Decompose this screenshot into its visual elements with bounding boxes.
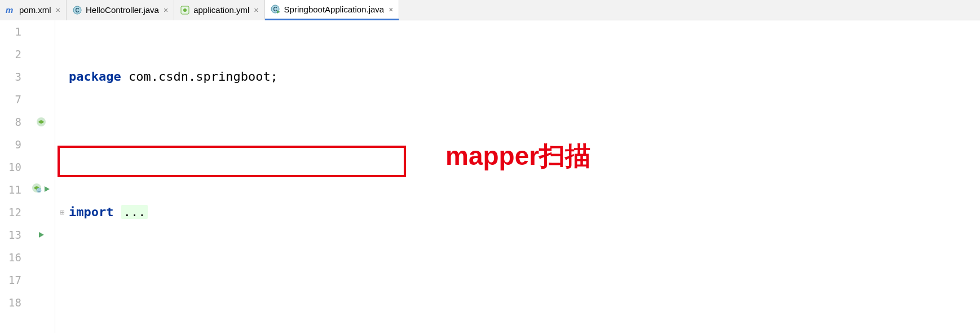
line-number: 13 <box>0 224 21 246</box>
tab-label: pom.xml <box>19 5 51 15</box>
line-number-gutter: 1 2 3 7 8 9 10 11 12 13 16 17 18 <box>0 20 27 333</box>
tab-pom-xml[interactable]: m pom.xml × <box>0 0 67 20</box>
line-number: 7 <box>0 88 21 111</box>
run-icon[interactable] <box>43 178 51 201</box>
code-line: ⊞ import ... <box>59 201 980 224</box>
tab-hello-controller[interactable]: C HelloController.java × <box>67 0 174 20</box>
gutter-icons: C <box>27 20 55 333</box>
fold-expand-icon[interactable]: ⊞ <box>59 201 65 224</box>
code-area[interactable]: package com.csdn.springboot; ⊞ import ..… <box>55 20 980 333</box>
line-number: 9 <box>0 133 21 156</box>
svg-text:C: C <box>37 189 40 192</box>
tab-label: HelloController.java <box>86 5 159 15</box>
close-icon[interactable]: × <box>164 6 168 15</box>
tab-bar: m pom.xml × C HelloController.java × app… <box>0 0 980 20</box>
run-icon[interactable] <box>27 224 55 246</box>
tab-label: SpringbootApplication.java <box>284 5 385 14</box>
tab-application-yml[interactable]: application.yml × <box>174 0 264 20</box>
close-icon[interactable]: × <box>56 6 60 15</box>
line-number: 1 <box>0 20 21 43</box>
close-icon[interactable]: × <box>389 5 393 14</box>
line-number: 10 <box>0 156 21 178</box>
java-class-icon: C <box>72 5 82 15</box>
yml-icon <box>180 5 190 15</box>
svg-point-4 <box>183 8 187 12</box>
close-icon[interactable]: × <box>254 6 258 15</box>
line-number: 2 <box>0 43 21 65</box>
code-line: package com.csdn.springboot; <box>59 65 980 88</box>
maven-icon: m <box>6 5 16 15</box>
code-line <box>59 133 980 156</box>
line-number: 12 <box>0 201 21 224</box>
svg-text:C: C <box>75 7 79 14</box>
svg-text:m: m <box>6 5 13 15</box>
line-number: 17 <box>0 269 21 291</box>
spring-bean-icon[interactable]: C <box>32 178 42 201</box>
ide-editor: m pom.xml × C HelloController.java × app… <box>0 0 980 333</box>
tab-label: application.yml <box>193 5 249 15</box>
spring-bean-icon[interactable] <box>27 111 55 133</box>
editor-body: 1 2 3 7 8 9 10 11 12 13 16 17 18 <box>0 20 980 333</box>
java-run-icon: C <box>271 5 281 15</box>
svg-marker-12 <box>45 186 50 192</box>
line-number: 3 <box>0 65 21 88</box>
line-number: 8 <box>0 111 21 133</box>
line-number: 18 <box>0 291 21 314</box>
line-number: 16 <box>0 246 21 269</box>
svg-text:C: C <box>273 6 277 12</box>
line-number: 11 <box>0 178 21 201</box>
tab-springboot-application[interactable]: C SpringbootApplication.java × <box>265 0 400 20</box>
code-line <box>59 269 980 291</box>
svg-marker-13 <box>39 232 44 238</box>
